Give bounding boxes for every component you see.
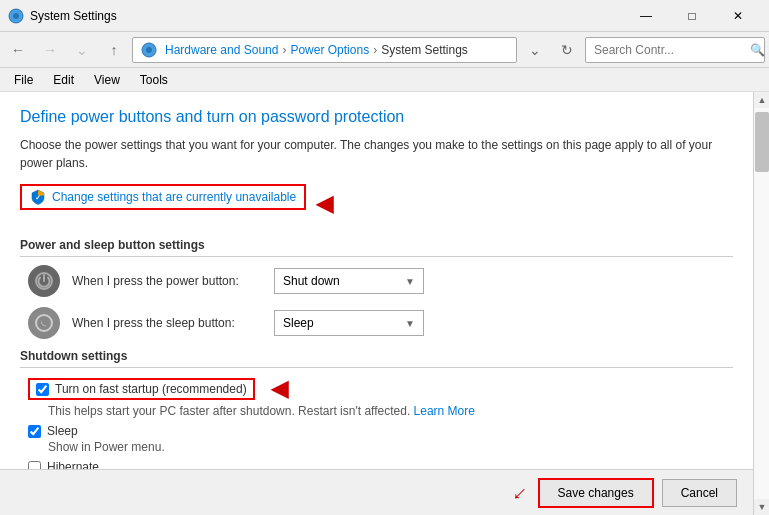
menu-edit[interactable]: Edit xyxy=(43,71,84,89)
fast-startup-desc: This helps start your PC faster after sh… xyxy=(28,404,733,418)
scroll-up-button[interactable]: ▲ xyxy=(754,92,769,108)
maximize-button[interactable]: □ xyxy=(669,0,715,32)
breadcrumb-hardware[interactable]: Hardware and Sound xyxy=(165,43,278,57)
change-settings-link[interactable]: Change settings that are currently unava… xyxy=(52,190,296,204)
sleep-dropdown-arrow: ▼ xyxy=(405,318,415,329)
search-box[interactable]: 🔍 xyxy=(585,37,765,63)
sleep-icon-svg xyxy=(34,313,54,333)
breadcrumb-power[interactable]: Power Options xyxy=(290,43,369,57)
power-dropdown-arrow: ▼ xyxy=(405,276,415,287)
power-icon-svg xyxy=(34,271,54,291)
sleep-button-label: When I press the sleep button: xyxy=(72,316,262,330)
minimize-button[interactable]: — xyxy=(623,0,669,32)
search-icon: 🔍 xyxy=(750,43,765,57)
breadcrumb-current: System Settings xyxy=(381,43,468,57)
svg-point-6 xyxy=(36,315,52,331)
scroll-down-button[interactable]: ▼ xyxy=(754,499,769,515)
change-settings-box[interactable]: ✓ Change settings that are currently una… xyxy=(20,184,306,210)
sleep-checkbox-row: Sleep xyxy=(28,424,733,438)
power-button-row: When I press the power button: Shut down… xyxy=(20,265,733,297)
breadcrumb: Hardware and Sound › Power Options › Sys… xyxy=(141,42,468,58)
power-sleep-section-title: Power and sleep button settings xyxy=(20,238,733,257)
save-changes-button[interactable]: Save changes xyxy=(538,478,654,508)
fast-startup-highlight: Turn on fast startup (recommended) xyxy=(28,378,255,400)
address-box[interactable]: Hardware and Sound › Power Options › Sys… xyxy=(132,37,517,63)
menu-tools[interactable]: Tools xyxy=(130,71,178,89)
scrollbar[interactable]: ▲ ▼ xyxy=(753,92,769,515)
sleep-button-dropdown[interactable]: Sleep ▼ xyxy=(274,310,424,336)
sleep-option-checkbox[interactable] xyxy=(28,425,41,438)
cancel-button[interactable]: Cancel xyxy=(662,479,737,507)
menubar: File Edit View Tools xyxy=(0,68,769,92)
page-description: Choose the power settings that you want … xyxy=(20,136,733,172)
svg-point-3 xyxy=(146,47,152,53)
menu-view[interactable]: View xyxy=(84,71,130,89)
fast-startup-checkbox[interactable] xyxy=(36,383,49,396)
main-layout: Define power buttons and turn on passwor… xyxy=(0,92,769,515)
sleep-button-row: When I press the sleep button: Sleep ▼ xyxy=(20,307,733,339)
power-button-label: When I press the power button: xyxy=(72,274,262,288)
scroll-thumb[interactable] xyxy=(755,112,769,172)
forward-button[interactable]: → xyxy=(36,36,64,64)
titlebar-title: System Settings xyxy=(30,9,623,23)
sleep-option-label[interactable]: Sleep xyxy=(47,424,78,438)
arrow-annotation-2: ◀ xyxy=(271,376,288,402)
shield-icon: ✓ xyxy=(30,189,46,205)
titlebar-controls: — □ ✕ xyxy=(623,0,761,32)
power-button-icon xyxy=(28,265,60,297)
arrow-annotation-1: ◀ xyxy=(316,191,333,217)
power-button-value: Shut down xyxy=(283,274,340,288)
shutdown-section-title: Shutdown settings xyxy=(20,349,733,368)
svg-text:✓: ✓ xyxy=(35,194,41,201)
page-heading: Define power buttons and turn on passwor… xyxy=(20,108,733,126)
power-button-dropdown[interactable]: Shut down ▼ xyxy=(274,268,424,294)
up-button[interactable]: ↑ xyxy=(100,36,128,64)
titlebar-icon xyxy=(8,8,24,24)
close-button[interactable]: ✕ xyxy=(715,0,761,32)
menu-file[interactable]: File xyxy=(4,71,43,89)
svg-point-1 xyxy=(13,13,19,19)
sleep-option-item: Sleep Show in Power menu. xyxy=(20,424,733,454)
titlebar: System Settings — □ ✕ xyxy=(0,0,769,32)
learn-more-link[interactable]: Learn More xyxy=(414,404,475,418)
fast-startup-item: Turn on fast startup (recommended) ◀ Thi… xyxy=(20,376,733,418)
sleep-show-text: Show in Power menu. xyxy=(28,440,733,454)
fast-startup-label[interactable]: Turn on fast startup (recommended) xyxy=(55,382,247,396)
dropdown-arrow-button[interactable]: ⌄ xyxy=(521,36,549,64)
arrow-annotation-3: ↓ xyxy=(507,479,533,505)
recent-button[interactable]: ⌄ xyxy=(68,36,96,64)
addressbar: ← → ⌄ ↑ Hardware and Sound › Power Optio… xyxy=(0,32,769,68)
sleep-button-icon xyxy=(28,307,60,339)
content-area: Define power buttons and turn on passwor… xyxy=(0,92,753,515)
scroll-track xyxy=(754,108,769,499)
back-button[interactable]: ← xyxy=(4,36,32,64)
sleep-button-value: Sleep xyxy=(283,316,314,330)
refresh-button[interactable]: ↻ xyxy=(553,36,581,64)
search-input[interactable] xyxy=(594,43,744,57)
bottom-bar: ↓ Save changes Cancel xyxy=(0,469,753,515)
